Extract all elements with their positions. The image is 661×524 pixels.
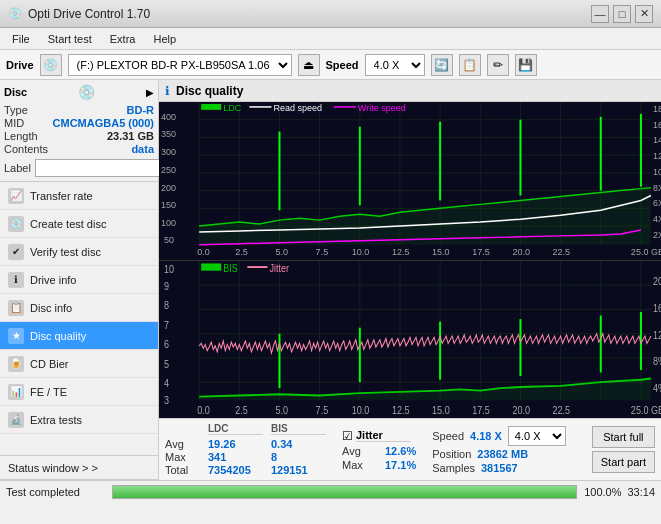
svg-text:400: 400: [161, 112, 176, 122]
disc-arrow-icon: ▶: [146, 87, 154, 98]
svg-text:17.5: 17.5: [472, 247, 490, 257]
eject-button[interactable]: ⏏: [298, 54, 320, 76]
svg-text:8%: 8%: [653, 355, 661, 367]
write-button[interactable]: ✏: [487, 54, 509, 76]
svg-text:2X: 2X: [653, 230, 661, 240]
sidebar-item-disc-quality[interactable]: ★ Disc quality: [0, 322, 158, 350]
bis-max: 8: [271, 451, 326, 463]
sidebar-item-label-transfer-rate: Transfer rate: [30, 190, 93, 202]
progress-pct: 100.0%: [583, 486, 621, 498]
sidebar-item-extra-tests[interactable]: 🔬 Extra tests: [0, 406, 158, 434]
start-full-button[interactable]: Start full: [592, 426, 655, 448]
svg-text:4%: 4%: [653, 382, 661, 394]
svg-text:10: 10: [164, 263, 174, 275]
speed-val: 4.18 X: [470, 430, 502, 442]
jitter-avg-row: Avg 12.6%: [342, 445, 416, 457]
disc-contents-label: Contents: [4, 143, 48, 155]
refresh-button[interactable]: 🔄: [431, 54, 453, 76]
svg-text:22.5: 22.5: [553, 247, 571, 257]
sidebar-item-disc-info[interactable]: 📋 Disc info: [0, 294, 158, 322]
app-icon: 💿: [8, 7, 22, 20]
svg-text:Read speed: Read speed: [273, 103, 322, 113]
ldc-header: LDC: [208, 423, 263, 435]
svg-text:25.0 GB: 25.0 GB: [631, 403, 661, 415]
maximize-button[interactable]: □: [613, 5, 631, 23]
disc-header: Disc 💿 ▶: [4, 84, 154, 100]
sidebar-item-create-test-disc[interactable]: 💿 Create test disc: [0, 210, 158, 238]
svg-text:10.0: 10.0: [352, 403, 370, 415]
drive-select[interactable]: (F:) PLEXTOR BD-R PX-LB950SA 1.06: [68, 54, 292, 76]
speed-select-stats[interactable]: 4.0 X: [508, 426, 566, 446]
jitter-max-label: Max: [342, 459, 377, 471]
disc-info-button[interactable]: 📋: [459, 54, 481, 76]
disc-mid-row: MID CMCMAGBA5 (000): [4, 117, 154, 129]
close-button[interactable]: ✕: [635, 5, 653, 23]
svg-text:200: 200: [161, 183, 176, 193]
bottom-bar: Test completed 100.0% 33:14: [0, 480, 661, 502]
speed-select-drive[interactable]: 4.0 X: [365, 54, 425, 76]
svg-text:10X: 10X: [653, 167, 661, 177]
menu-file[interactable]: File: [4, 31, 38, 47]
disc-section: Disc 💿 ▶ Type BD-R MID CMCMAGBA5 (000) L…: [0, 80, 158, 182]
speed-row: Speed 4.18 X 4.0 X: [432, 426, 566, 446]
start-part-button[interactable]: Start part: [592, 451, 655, 473]
svg-text:3: 3: [164, 394, 169, 406]
disc-label-input[interactable]: [35, 159, 168, 177]
menubar: File Start test Extra Help: [0, 28, 661, 50]
sidebar-item-drive-info[interactable]: ℹ Drive info: [0, 266, 158, 294]
disc-type-label: Type: [4, 104, 28, 116]
avg-row: Avg 19.26 0.34: [165, 438, 326, 450]
speed-label: Speed: [432, 430, 464, 442]
svg-text:20%: 20%: [653, 275, 661, 287]
svg-text:2.5: 2.5: [235, 247, 248, 257]
avg-label: Avg: [165, 438, 200, 450]
jitter-label: Jitter: [356, 429, 411, 442]
sidebar-item-cd-bier[interactable]: 🍺 CD Bier: [0, 350, 158, 378]
svg-text:5.0: 5.0: [275, 403, 288, 415]
stats-headers: LDC BIS: [165, 423, 326, 437]
svg-text:20.0: 20.0: [512, 403, 530, 415]
drive-info-icon: ℹ: [8, 272, 24, 288]
svg-rect-110: [201, 263, 221, 270]
bottom-chart-svg: 10 9 8 7 6 5 4 3 20% 16% 12% 8% 4% 0.0: [159, 261, 661, 419]
sidebar-item-fe-te[interactable]: 📊 FE / TE: [0, 378, 158, 406]
bis-total: 129151: [271, 464, 326, 476]
svg-text:350: 350: [161, 130, 176, 140]
svg-text:18X: 18X: [653, 104, 661, 114]
status-window-button[interactable]: Status window > >: [0, 456, 158, 480]
svg-text:15.0: 15.0: [432, 403, 450, 415]
svg-text:100: 100: [161, 218, 176, 228]
svg-text:0.0: 0.0: [197, 403, 210, 415]
svg-text:150: 150: [161, 200, 176, 210]
bottom-chart: 10 9 8 7 6 5 4 3 20% 16% 12% 8% 4% 0.0: [159, 261, 661, 419]
speed-label: Speed: [326, 59, 359, 71]
jitter-max-row: Max 17.1%: [342, 459, 416, 471]
action-buttons: Start full Start part: [592, 426, 655, 473]
jitter-stats-col: ☑ Jitter Avg 12.6% Max 17.1%: [342, 429, 416, 471]
svg-text:250: 250: [161, 165, 176, 175]
charts-area: 400 350 300 250 200 150 100 50 18X 16X 1…: [159, 102, 661, 418]
sidebar-item-verify-test-disc[interactable]: ✔ Verify test disc: [0, 238, 158, 266]
sidebar-item-transfer-rate[interactable]: 📈 Transfer rate: [0, 182, 158, 210]
disc-contents-value: data: [131, 143, 154, 155]
titlebar-controls: — □ ✕: [591, 5, 653, 23]
menu-help[interactable]: Help: [145, 31, 184, 47]
svg-text:16%: 16%: [653, 302, 661, 314]
svg-text:7: 7: [164, 319, 169, 331]
minimize-button[interactable]: —: [591, 5, 609, 23]
disc-contents-row: Contents data: [4, 143, 154, 155]
disc-type-value: BD-R: [127, 104, 155, 116]
chart-title: Disc quality: [176, 84, 243, 98]
save-button[interactable]: 💾: [515, 54, 537, 76]
disc-title: Disc: [4, 86, 27, 98]
menu-extra[interactable]: Extra: [102, 31, 144, 47]
create-test-disc-icon: 💿: [8, 216, 24, 232]
svg-text:7.5: 7.5: [316, 247, 329, 257]
sidebar-item-label-disc-info: Disc info: [30, 302, 72, 314]
menu-start-test[interactable]: Start test: [40, 31, 100, 47]
speed-stats-col: Speed 4.18 X 4.0 X Position 23862 MB Sam…: [432, 426, 566, 474]
total-row: Total 7354205 129151: [165, 464, 326, 476]
sidebar-menu: 📈 Transfer rate 💿 Create test disc ✔ Ver…: [0, 182, 158, 455]
drive-icon[interactable]: 💿: [40, 54, 62, 76]
disc-label-row: Label 🔍: [4, 159, 154, 177]
